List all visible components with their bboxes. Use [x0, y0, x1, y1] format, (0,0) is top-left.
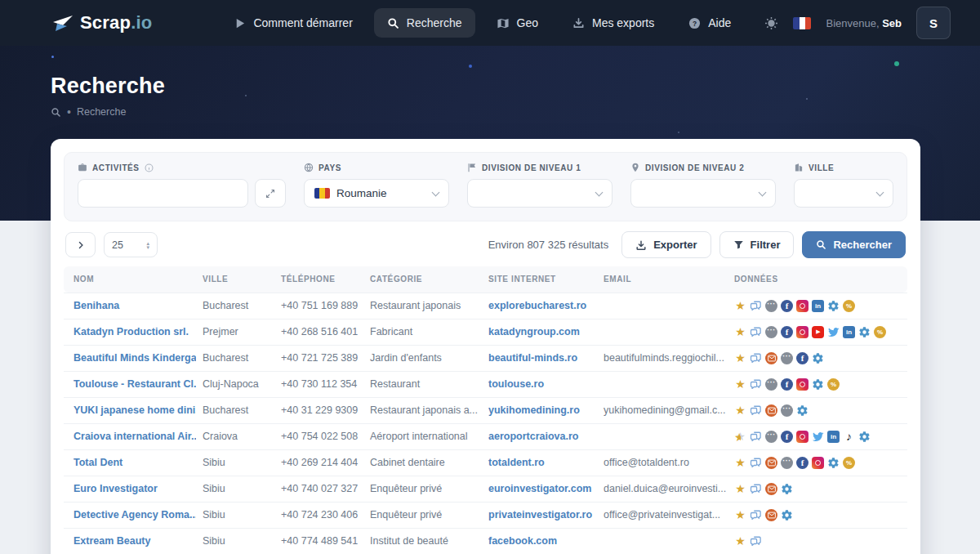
division1-select[interactable] — [467, 179, 612, 208]
download-icon — [635, 239, 647, 251]
column-header: VILLE — [196, 266, 274, 293]
city-cell: Bucharest — [196, 397, 274, 423]
phone-cell: +40 724 230 406 — [274, 502, 363, 528]
website-link[interactable]: katadyngroup.com — [488, 326, 580, 337]
category-cell: Restaurant japonais a... — [363, 397, 482, 423]
data-icons-cell: ★···f▶in% — [728, 319, 907, 345]
company-link[interactable]: Detective Agency Roma... — [74, 509, 196, 520]
info-icon[interactable] — [145, 163, 154, 172]
stepper-arrows-icon[interactable]: ▴▾ — [146, 241, 149, 249]
user-avatar[interactable]: S — [916, 7, 951, 39]
website-link[interactable]: totaldent.ro — [488, 457, 545, 468]
nav-menu: Comment démarrerRechercheGeoMes exports?… — [220, 8, 744, 38]
website-link[interactable]: privateinvestigator.ro — [488, 509, 592, 520]
table-row: Extream BeautySibiu+40 774 489 541Instit… — [64, 528, 907, 554]
table-row: Toulouse - Restaurant Cl...Cluj-Napoca+4… — [64, 371, 907, 397]
page-size-stepper[interactable]: 25 ▴▾ — [104, 232, 158, 257]
city-cell: Sibiu — [196, 528, 274, 554]
company-link[interactable]: Extream Beauty — [74, 535, 151, 547]
email-cell — [597, 319, 728, 345]
email-cell — [597, 371, 728, 397]
division2-select[interactable] — [630, 179, 776, 208]
building-icon — [794, 163, 804, 172]
export-button[interactable]: Exporter — [621, 231, 710, 258]
phone-cell: +40 740 027 327 — [274, 476, 363, 502]
email-icon — [765, 509, 777, 521]
phone-cell: +40 721 725 389 — [274, 345, 363, 371]
company-link[interactable]: Benihana — [74, 300, 119, 311]
ville-select[interactable] — [794, 179, 893, 208]
funnel-icon — [733, 239, 744, 250]
company-link[interactable]: Katadyn Production srl. — [74, 326, 189, 337]
website-link[interactable]: yukihomedining.ro — [488, 404, 580, 416]
activities-input[interactable] — [78, 179, 248, 208]
website-link[interactable]: facebook.com — [488, 535, 557, 547]
instagram-icon — [812, 457, 824, 469]
romania-flag-icon — [314, 188, 330, 199]
column-header: CATÉGORIE — [363, 266, 482, 293]
welcome-text: Bienvenue, Seb — [826, 17, 902, 29]
gear-icon — [781, 509, 793, 521]
gear-icon — [812, 352, 824, 364]
data-icons-cell: ★···f — [728, 345, 907, 371]
youtube-icon: ▶ — [812, 326, 824, 338]
chat-icon — [750, 483, 762, 495]
nav-item-mes-exports[interactable]: Mes exports — [559, 8, 667, 38]
language-flag-france-icon[interactable] — [793, 17, 811, 29]
nav-item-label: Mes exports — [592, 16, 654, 29]
category-cell: Fabricant — [363, 319, 482, 345]
nav-item-comment-demarrer[interactable]: Comment démarrer — [220, 8, 365, 38]
table-row: BenihanaBucharest+40 751 169 889Restaura… — [64, 293, 907, 319]
chat-icon — [750, 326, 762, 338]
instagram-icon — [796, 300, 808, 312]
nav-item-label: Aide — [708, 16, 731, 29]
company-link[interactable]: Toulouse - Restaurant Cl... — [74, 378, 196, 390]
pays-select[interactable]: Roumanie — [304, 179, 449, 208]
help-icon: ? — [688, 17, 701, 29]
website-link[interactable]: toulouse.ro — [488, 378, 544, 390]
email-cell: beautifulminds.reggiochil... — [597, 345, 728, 371]
email-cell — [597, 293, 728, 319]
linkedin-icon: in — [812, 300, 824, 312]
linkedin-icon: in — [827, 431, 840, 443]
company-link[interactable]: Total Dent — [74, 457, 122, 468]
email-cell — [597, 528, 728, 554]
phone-cell: +40 751 169 889 — [274, 293, 363, 319]
chevron-down-icon — [595, 188, 604, 196]
website-link[interactable]: aeroportcraiova.ro — [488, 431, 578, 442]
expand-icon[interactable] — [255, 179, 286, 208]
nav-item-label: Geo — [517, 16, 538, 29]
city-cell: Sibiu — [196, 502, 274, 528]
data-icons-cell: ★···f% — [728, 449, 907, 476]
collapse-filters-button[interactable] — [65, 232, 96, 257]
globe-icon — [304, 163, 314, 172]
filter-button[interactable]: Filtrer — [719, 231, 795, 258]
brand-logo[interactable]: Scrap.io — [51, 12, 152, 34]
nav-item-geo[interactable]: Geo — [483, 8, 551, 38]
website-cell: toulouse.ro — [482, 371, 597, 397]
company-link[interactable]: Craiova international Air... — [74, 431, 196, 442]
nav-item-recherche[interactable]: Recherche — [374, 8, 475, 38]
nav-item-label: Recherche — [407, 16, 462, 29]
brand-logo-icon — [51, 13, 75, 33]
download-icon — [572, 17, 585, 29]
theme-toggle-icon[interactable] — [764, 16, 778, 30]
phone-cell: +40 730 112 354 — [274, 371, 363, 397]
company-link[interactable]: YUKI japanese home dini... — [74, 404, 196, 416]
breadcrumb-search-icon — [51, 107, 61, 118]
category-cell: Aéroport international — [363, 423, 482, 449]
website-link[interactable]: explorebucharest.ro — [488, 300, 586, 311]
nav-item-aide[interactable]: ?Aide — [675, 8, 744, 38]
company-link[interactable]: Euro Investigator — [74, 483, 158, 494]
email-icon — [765, 483, 777, 495]
dots-icon: ··· — [765, 300, 777, 312]
search-card: ACTIVITÉS PAYS — [51, 139, 920, 554]
website-link[interactable]: euroinvestigator.com — [488, 483, 591, 494]
phone-cell: +40 268 516 401 — [274, 319, 363, 345]
website-link[interactable]: beautiful-minds.ro — [488, 352, 577, 364]
star-icon: ★ — [734, 509, 746, 521]
website-cell: explorebucharest.ro — [482, 293, 597, 319]
company-link[interactable]: Beautiful Minds Kinderga... — [74, 352, 196, 364]
dots-icon: ··· — [765, 431, 777, 443]
search-button[interactable]: Rechercher — [802, 231, 906, 258]
